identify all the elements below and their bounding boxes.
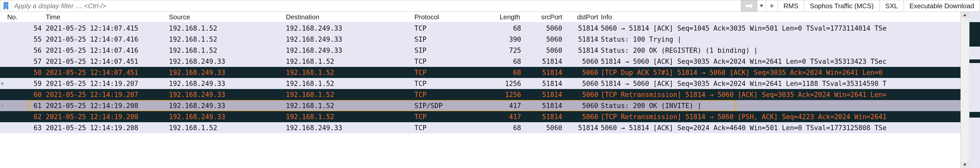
- packet-length: 417: [485, 102, 524, 110]
- packet-info: 51814 → 5060 [ACK] Seq=3035 Ack=2024 Win…: [601, 58, 980, 66]
- packet-srcport: 51814: [524, 58, 565, 66]
- packet-protocol: TCP: [414, 80, 485, 88]
- packet-time: 2021-05-25 12:14:19.208: [46, 113, 169, 121]
- packet-destination: 192.168.1.52: [286, 102, 414, 110]
- packet-source: 192.168.1.52: [169, 35, 286, 43]
- column-header-source[interactable]: Source: [169, 13, 286, 21]
- packet-length: 68: [485, 24, 524, 32]
- packet-no: 55: [7, 35, 46, 43]
- packet-protocol: SIP: [414, 35, 485, 43]
- packet-protocol: TCP: [414, 124, 485, 132]
- packet-time: 2021-05-25 12:14:07.451: [46, 58, 169, 66]
- packet-protocol: SIP/SDP: [414, 102, 485, 110]
- packet-destination: 192.168.249.33: [286, 46, 414, 54]
- packet-no: 62: [7, 113, 46, 121]
- packet-info: 51814 → 5060 [ACK] Seq=3035 Ack=2024 Win…: [601, 80, 980, 88]
- packet-row[interactable]: 582021-05-25 12:14:07.451192.168.249.331…: [0, 67, 980, 78]
- column-header-time[interactable]: Time: [46, 13, 169, 21]
- packet-srcport: 51814: [524, 91, 565, 99]
- packet-source: 192.168.249.33: [169, 91, 286, 99]
- packet-dstport: 51814: [565, 46, 601, 54]
- packet-time: 2021-05-25 12:14:07.451: [46, 69, 169, 77]
- packet-length: 417: [485, 113, 524, 121]
- toolbar-button-exe-download[interactable]: Executable Download: [904, 0, 980, 11]
- packet-row[interactable]: 622021-05-25 12:14:19.208192.168.249.331…: [0, 111, 980, 122]
- packet-protocol: SIP: [414, 46, 485, 54]
- column-header-info[interactable]: Info: [601, 13, 980, 21]
- packet-row[interactable]: 552021-05-25 12:14:07.416192.168.1.52192…: [0, 34, 980, 45]
- packet-source: 192.168.249.33: [169, 58, 286, 66]
- packet-time: 2021-05-25 12:14:19.207: [46, 80, 169, 88]
- scroll-down-button[interactable]: [961, 162, 969, 168]
- packet-row[interactable]: 632021-05-25 12:14:19.208192.168.1.52192…: [0, 122, 980, 133]
- packet-destination: 192.168.1.52: [286, 91, 414, 99]
- packet-row[interactable]: 562021-05-25 12:14:07.416192.168.1.52192…: [0, 45, 980, 56]
- packet-row[interactable]: 542021-05-25 12:14:07.415192.168.1.52192…: [0, 22, 980, 34]
- packet-time: 2021-05-25 12:14:07.416: [46, 46, 169, 54]
- packet-row[interactable]: 572021-05-25 12:14:07.451192.168.249.331…: [0, 56, 980, 67]
- row-marker: [0, 82, 7, 85]
- packet-row[interactable]: 602021-05-25 12:14:19.207192.168.249.331…: [0, 89, 980, 100]
- column-header-length[interactable]: Length: [485, 13, 524, 21]
- packet-dstport: 51814: [565, 124, 601, 132]
- packet-dstport: 5060: [565, 58, 601, 66]
- packet-source: 192.168.1.52: [169, 24, 286, 32]
- packet-dstport: 5060: [565, 69, 601, 77]
- packet-destination: 192.168.249.33: [286, 124, 414, 132]
- column-header-no[interactable]: No.: [7, 13, 46, 21]
- packet-protocol: TCP: [414, 58, 485, 66]
- column-header-srcport[interactable]: srcPort: [524, 13, 565, 21]
- packet-no: 59: [7, 80, 46, 88]
- minimap-band: [969, 46, 980, 59]
- packet-row[interactable]: 592021-05-25 12:14:19.207192.168.249.331…: [0, 78, 980, 89]
- toolbar-button-sophos[interactable]: Sophos Traffic (MCS): [804, 0, 880, 11]
- packet-no: 56: [7, 46, 46, 54]
- bookmark-icon[interactable]: [0, 0, 11, 11]
- packet-srcport: 51814: [524, 113, 565, 121]
- packet-source: 192.168.249.33: [169, 80, 286, 88]
- minimap-band: [969, 12, 980, 22]
- packet-protocol: TCP: [414, 24, 485, 32]
- packet-length: 725: [485, 46, 524, 54]
- packet-length: 68: [485, 58, 524, 66]
- display-filter-input[interactable]: [11, 0, 741, 11]
- minimap-band: [969, 59, 980, 63]
- minimap-overview[interactable]: [969, 12, 980, 168]
- packet-list-header[interactable]: No. Time Source Destination Protocol Len…: [0, 12, 980, 22]
- packet-source: 192.168.249.33: [169, 102, 286, 110]
- packet-list[interactable]: 542021-05-25 12:14:07.415192.168.1.52192…: [0, 22, 980, 133]
- packet-dstport: 5060: [565, 80, 601, 88]
- packet-length: 390: [485, 35, 524, 43]
- packet-destination: 192.168.249.33: [286, 24, 414, 32]
- add-filter-button[interactable]: +: [766, 0, 778, 11]
- row-marker: [0, 104, 7, 107]
- packet-srcport: 5060: [524, 24, 565, 32]
- packet-srcport: 5060: [524, 35, 565, 43]
- packet-protocol: TCP: [414, 113, 485, 121]
- column-header-dstport[interactable]: dstPort: [565, 13, 601, 21]
- minimap-band: [969, 118, 980, 168]
- packet-row[interactable]: 612021-05-25 12:14:19.208192.168.249.331…: [0, 100, 980, 111]
- packet-length: 1256: [485, 80, 524, 88]
- toolbar-button-sxl[interactable]: SXL: [880, 0, 904, 11]
- apply-filter-dropdown[interactable]: [757, 0, 766, 11]
- scrollbar-track[interactable]: [961, 12, 969, 168]
- packet-info: Status: 200 OK (INVITE) |: [601, 102, 980, 110]
- packet-time: 2021-05-25 12:14:07.415: [46, 24, 169, 32]
- toolbar-button-rms[interactable]: RMS: [778, 0, 804, 11]
- column-header-protocol[interactable]: Protocol: [414, 13, 485, 21]
- column-header-destination[interactable]: Destination: [286, 13, 414, 21]
- packet-source: 192.168.249.33: [169, 113, 286, 121]
- packet-info: [TCP Dup ACK 57#1] 51814 → 5060 [ACK] Se…: [601, 69, 980, 77]
- packet-dstport: 51814: [565, 35, 601, 43]
- packet-time: 2021-05-25 12:14:19.208: [46, 124, 169, 132]
- packet-info: 5060 → 51814 [ACK] Seq=2024 Ack=4640 Win…: [601, 124, 980, 132]
- packet-length: 1256: [485, 91, 524, 99]
- packet-dstport: 5060: [565, 102, 601, 110]
- packet-srcport: 51814: [524, 69, 565, 77]
- packet-destination: 192.168.249.33: [286, 35, 414, 43]
- apply-filter-button: [741, 0, 757, 11]
- packet-source: 192.168.1.52: [169, 46, 286, 54]
- packet-dstport: 5060: [565, 91, 601, 99]
- scroll-up-button[interactable]: [961, 12, 969, 18]
